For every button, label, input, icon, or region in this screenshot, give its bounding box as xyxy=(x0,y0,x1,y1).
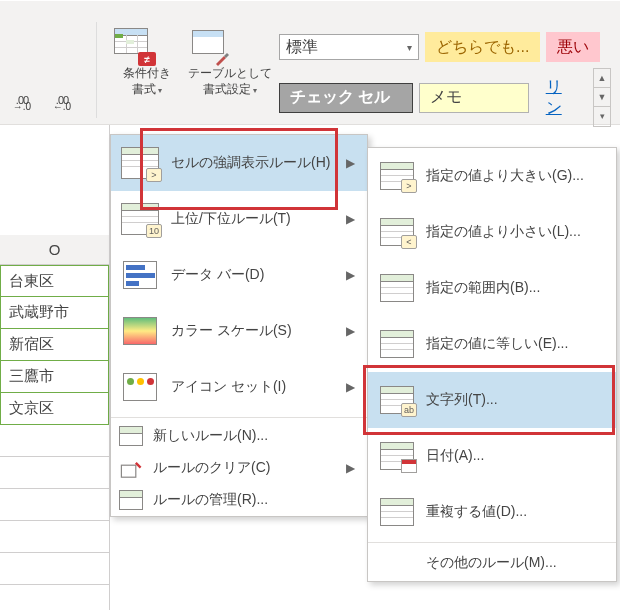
decimal-group: .00 →.0 .00 ←.0 xyxy=(4,86,80,114)
worksheet: O 台東区 武蔵野市 新宿区 三鷹市 文京区 xyxy=(0,125,110,610)
new-rule-icon xyxy=(119,426,143,446)
increase-decimal-button[interactable]: .00 →.0 xyxy=(4,86,40,114)
text-contains-icon: ab xyxy=(378,384,416,416)
cell[interactable]: 台東区 xyxy=(0,265,109,297)
number-format-dropdown[interactable]: 標準▾ xyxy=(279,34,419,60)
conditional-formatting-button[interactable]: ≠ 条件付き書式▾ xyxy=(112,26,182,97)
gallery-down-icon[interactable]: ▼ xyxy=(594,88,610,107)
highlight-rules-submenu: > 指定の値より大きい(G)... < 指定の値より小さい(L)... 指定の範… xyxy=(367,147,617,582)
style-bad[interactable]: 悪い xyxy=(546,32,600,62)
greater-than-icon: > xyxy=(378,160,416,192)
style-check-cell[interactable]: チェック セル xyxy=(279,83,413,113)
chevron-right-icon: ▶ xyxy=(346,324,359,338)
menu-highlight-cells-rules[interactable]: > セルの強調表示ルール(H) ▶ xyxy=(111,135,367,191)
cell[interactable]: 三鷹市 xyxy=(0,361,109,393)
ribbon: .00 →.0 .00 ←.0 ≠ 条件付き書式▾ テーブルとして書式設定▾ 標… xyxy=(0,0,620,125)
duplicate-icon xyxy=(378,496,416,528)
format-as-table-icon xyxy=(188,26,232,66)
cell[interactable]: 武蔵野市 xyxy=(0,297,109,329)
chevron-right-icon: ▶ xyxy=(346,212,359,226)
submenu-date-occurring[interactable]: 日付(A)... xyxy=(368,428,616,484)
chevron-right-icon: ▶ xyxy=(346,268,359,282)
menu-data-bars[interactable]: データ バー(D) ▶ xyxy=(111,247,367,303)
chevron-right-icon: ▶ xyxy=(346,461,359,475)
menu-new-rule[interactable]: 新しいルール(N)... xyxy=(111,420,367,452)
top-bottom-icon: 10 xyxy=(119,201,161,237)
submenu-text-contains[interactable]: ab 文字列(T)... xyxy=(368,372,616,428)
column-header-O[interactable]: O xyxy=(0,235,109,265)
svg-rect-0 xyxy=(121,465,135,477)
cell-styles-gallery: 標準▾ どちらでも... 悪い チェック セル メモ リン ▲ ▼ ▾ xyxy=(279,32,611,133)
decrease-decimal-button[interactable]: .00 ←.0 xyxy=(44,86,80,114)
cell-empty[interactable] xyxy=(0,457,109,489)
submenu-less-than[interactable]: < 指定の値より小さい(L)... xyxy=(368,204,616,260)
chevron-right-icon: ▶ xyxy=(346,156,359,170)
submenu-more-rules[interactable]: その他のルール(M)... xyxy=(368,545,616,581)
style-neutral[interactable]: どちらでも... xyxy=(425,32,540,62)
manage-rules-icon xyxy=(119,490,143,510)
menu-icon-sets[interactable]: アイコン セット(I) ▶ xyxy=(111,359,367,415)
cell-empty[interactable] xyxy=(0,585,109,610)
cell-empty[interactable] xyxy=(0,521,109,553)
icon-sets-icon xyxy=(119,369,161,405)
separator xyxy=(96,22,97,118)
cell-empty[interactable] xyxy=(0,489,109,521)
cell[interactable]: 新宿区 xyxy=(0,329,109,361)
submenu-duplicate-values[interactable]: 重複する値(D)... xyxy=(368,484,616,540)
submenu-equal-to[interactable]: 指定の値に等しい(E)... xyxy=(368,316,616,372)
style-memo[interactable]: メモ xyxy=(419,83,529,113)
chevron-right-icon: ▶ xyxy=(346,380,359,394)
conditional-formatting-icon: ≠ xyxy=(112,26,156,66)
highlight-rules-icon: > xyxy=(119,145,161,181)
clear-rules-icon xyxy=(119,458,143,478)
gallery-more-icon[interactable]: ▾ xyxy=(594,107,610,126)
menu-clear-rules[interactable]: ルールのクリア(C) ▶ xyxy=(111,452,367,484)
submenu-greater-than[interactable]: > 指定の値より大きい(G)... xyxy=(368,148,616,204)
gallery-scroll[interactable]: ▲ ▼ ▾ xyxy=(593,68,611,127)
gallery-up-icon[interactable]: ▲ xyxy=(594,69,610,88)
color-scales-icon xyxy=(119,313,161,349)
menu-manage-rules[interactable]: ルールの管理(R)... xyxy=(111,484,367,516)
equal-to-icon xyxy=(378,328,416,360)
cell-empty[interactable] xyxy=(0,553,109,585)
cell-empty[interactable] xyxy=(0,425,109,457)
style-link[interactable]: リン xyxy=(535,83,587,113)
data-bars-icon xyxy=(119,257,161,293)
menu-top-bottom-rules[interactable]: 10 上位/下位ルール(T) ▶ xyxy=(111,191,367,247)
format-as-table-button[interactable]: テーブルとして書式設定▾ xyxy=(188,26,272,97)
cell[interactable]: 文京区 xyxy=(0,393,109,425)
submenu-between[interactable]: 指定の範囲内(B)... xyxy=(368,260,616,316)
less-than-icon: < xyxy=(378,216,416,248)
conditional-formatting-menu: > セルの強調表示ルール(H) ▶ 10 上位/下位ルール(T) ▶ データ バ… xyxy=(110,134,368,517)
menu-color-scales[interactable]: カラー スケール(S) ▶ xyxy=(111,303,367,359)
date-icon xyxy=(378,440,416,472)
between-icon xyxy=(378,272,416,304)
